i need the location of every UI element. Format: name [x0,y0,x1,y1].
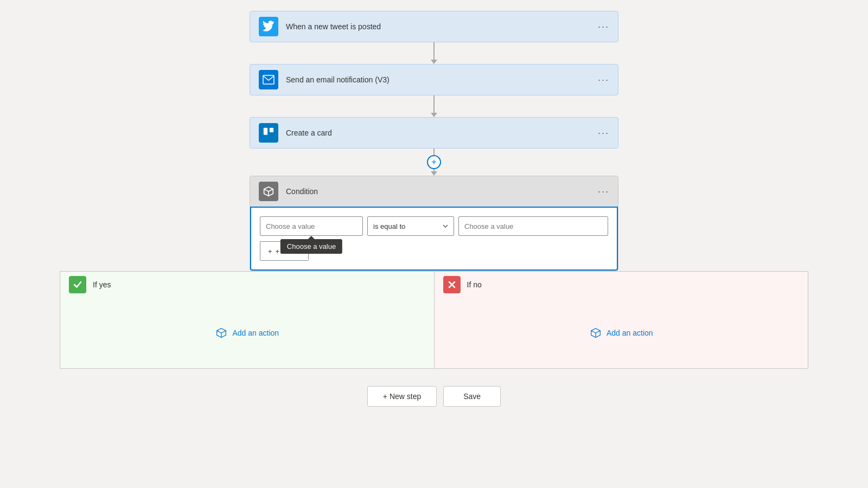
add-action-yes-label: Add an action [232,329,279,337]
add-action-yes-link[interactable]: Add an action [215,326,279,339]
condition-header: Condition ··· [250,176,618,207]
connector-1 [431,42,437,64]
branch-no-badge [443,276,461,293]
connector-line-1 [433,42,435,60]
connector-line-2 [433,95,435,113]
svg-line-13 [596,331,600,333]
step-trigger-title: When a new tweet is posted [286,22,598,31]
branch-no: If no Add an action [434,271,809,369]
branch-no-header: If no [435,272,808,298]
svg-line-5 [269,189,273,191]
choose-value-right-input[interactable] [458,216,608,236]
connector-plus-line-top [433,149,435,155]
branch-yes-body: Add an action [60,298,434,368]
svg-rect-2 [270,128,273,132]
connector-arrow-1 [431,60,437,64]
choose-value-left-container: Choose a value [260,216,363,236]
connector-arrow-2 [431,113,437,117]
branch-yes-header: If yes [60,272,434,298]
step-email-title: Send an email notification (V3) [286,75,598,84]
branches-container: If yes Add an action [60,271,808,369]
step-email[interactable]: Send an email notification (V3) ··· [250,64,618,95]
svg-line-7 [217,331,221,333]
condition-title: Condition [286,187,598,196]
new-step-button[interactable]: + New step [367,386,437,407]
condition-operator-select[interactable]: is equal to [367,216,454,236]
svg-rect-0 [263,75,274,84]
branch-yes-label: If yes [93,280,111,289]
condition-body: Choose a value is equal to + + Add ▾ [250,207,618,271]
step-trigger[interactable]: When a new tweet is posted ··· [250,11,618,42]
branch-yes-badge [69,276,86,293]
choose-value-tooltip: Choose a value [280,239,342,254]
trello-step-icon [259,123,278,143]
email-step-icon [259,70,278,89]
add-action-no-icon [589,326,602,339]
add-action-no-label: Add an action [607,329,653,337]
condition-card: Condition ··· Choose a value is equal to… [250,176,618,271]
branch-no-body: Add an action [435,298,808,368]
footer-bar: + New step Save [367,386,501,407]
connector-2 [431,95,437,117]
add-action-yes-icon [215,326,228,339]
add-step-plus-button[interactable]: + [427,155,441,169]
svg-line-12 [591,331,596,333]
flow-canvas: When a new tweet is posted ··· Send an e… [0,0,868,488]
svg-line-8 [221,331,226,333]
step-email-more[interactable]: ··· [598,74,609,86]
step-trigger-more[interactable]: ··· [598,21,609,33]
condition-icon [259,182,278,201]
svg-rect-1 [264,128,267,135]
twitter-icon [259,17,278,36]
condition-row: Choose a value is equal to [260,216,608,236]
connector-plus: + [427,149,441,176]
step-trello[interactable]: Create a card ··· [250,117,618,149]
add-icon: + [268,247,272,255]
branch-yes: If yes Add an action [60,271,434,369]
save-button[interactable]: Save [443,386,501,407]
svg-line-4 [264,189,269,191]
connector-plus-arrow [431,171,437,176]
add-action-no-link[interactable]: Add an action [589,326,653,339]
branch-no-label: If no [467,280,482,289]
step-trello-title: Create a card [286,129,598,137]
choose-value-left-input[interactable] [260,216,363,236]
condition-more[interactable]: ··· [598,186,609,197]
step-trello-more[interactable]: ··· [598,127,609,139]
